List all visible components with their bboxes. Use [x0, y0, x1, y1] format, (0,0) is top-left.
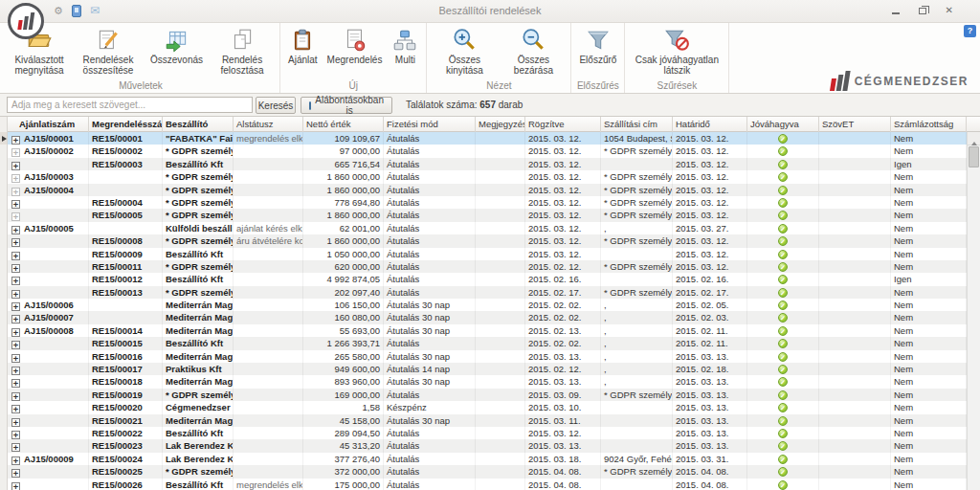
expand-icon[interactable]: + — [11, 354, 20, 363]
approved-check-icon: ✓ — [778, 134, 788, 144]
minimize-button[interactable] — [892, 12, 900, 14]
search-input[interactable] — [7, 97, 253, 113]
approved-check-icon: ✓ — [778, 160, 788, 169]
expand-icon[interactable]: + — [11, 328, 20, 337]
expand-icon[interactable]: + — [11, 226, 20, 234]
new-offer-button[interactable]: Ajánlat — [283, 26, 323, 66]
new-multi-button[interactable]: Multi — [387, 26, 423, 66]
new-order-button[interactable]: Megrendelés — [323, 26, 388, 66]
expand-icon[interactable]: + — [11, 302, 20, 311]
expand-icon[interactable]: + — [11, 252, 20, 260]
table-row[interactable]: +AJ15/00004* GDPR személye...1 860 000,0… — [0, 184, 967, 196]
ribbon-group-caption: Előszűrés — [574, 79, 621, 93]
expand-icon[interactable]: + — [11, 315, 20, 323]
column-header-jovahagyva[interactable]: Jóváhagyva — [747, 117, 819, 132]
table-row[interactable]: +RE15/00021Mediterrán Magy...45 158,00Át… — [0, 414, 967, 427]
split-order-button[interactable]: Rendelés felosztása — [208, 26, 277, 77]
search-in-subitems-button[interactable]: Alábontásokban is — [301, 97, 392, 114]
expand-icon[interactable]: + — [11, 212, 20, 221]
table-row[interactable]: +RE15/00009Beszállító Kft1 050 000,00Átu… — [0, 248, 967, 260]
merge-button[interactable]: Összevonás — [145, 26, 208, 66]
column-header-megjegyzes[interactable]: Megjegyzés — [476, 117, 525, 132]
cell-beszallito: Mediterrán Magy... — [163, 324, 234, 337]
expand-icon[interactable]: + — [11, 188, 20, 196]
vertical-scrollbar[interactable] — [967, 132, 980, 490]
expand-icon[interactable]: + — [11, 136, 20, 145]
table-row[interactable]: +RE15/00005* GDPR személye...1 860 000,0… — [0, 209, 967, 221]
expand-icon[interactable]: + — [11, 457, 20, 465]
table-row[interactable]: +RE15/00012Beszállító Kft4 992 874,05Átu… — [0, 273, 967, 285]
table-row[interactable]: +RE15/00023Lak Berendez Kft.45 313,20Átu… — [0, 439, 967, 452]
expand-icon[interactable]: + — [11, 341, 20, 349]
table-row[interactable]: +RE15/00013* GDPR személye...202 097,40Á… — [0, 286, 967, 299]
expand-icon[interactable]: + — [11, 277, 20, 285]
table-row[interactable]: +RE15/00022Beszállító Kft289 094,50Átuta… — [0, 427, 967, 439]
column-header-ajanlat[interactable]: Ajánlatiszám — [8, 117, 89, 132]
expand-icon[interactable]: + — [11, 174, 20, 183]
cell-hatarido: 2015. 02. 05. — [673, 299, 747, 311]
expand-icon[interactable]: + — [11, 443, 20, 452]
table-row[interactable]: +AJ15/00009RE15/00024Lak Berendez Kft.37… — [0, 453, 967, 465]
column-header-beszallito[interactable]: Beszállító — [163, 117, 234, 132]
column-header-netto[interactable]: Nettó érték — [303, 117, 384, 132]
expand-icon[interactable]: + — [11, 418, 20, 427]
expand-icon[interactable]: + — [11, 482, 20, 490]
scroll-up-button[interactable] — [968, 132, 980, 145]
table-row[interactable]: +AJ15/00007Mediterrán Magy...160 080,00Á… — [0, 311, 967, 323]
table-row[interactable]: +RE15/00015Beszállító Kft1 266 393,71Átu… — [0, 337, 967, 349]
expand-icon[interactable]: + — [11, 431, 20, 439]
table-row[interactable]: +RE15/00011* GDPR személye...620 000,00Á… — [0, 260, 967, 273]
help-icon[interactable]: ? — [964, 25, 976, 37]
table-row[interactable]: +RE15/00018Mediterrán Magy...893 960,00Á… — [0, 375, 967, 388]
cell-beszallito: * GDPR személye... — [163, 184, 234, 196]
table-row[interactable]: +RE15/00019* GDPR személye...169 000,00Á… — [0, 389, 967, 401]
prefilter-button[interactable]: Előszűrő — [574, 26, 621, 66]
column-header-megrendeles[interactable]: Megrendelésszám — [89, 117, 163, 132]
table-row[interactable]: +AJ15/00001RE15/00001"FABATKA" Faipa...m… — [0, 132, 967, 145]
expand-icon[interactable]: + — [11, 405, 20, 413]
table-row[interactable]: +RE15/00016Mediterrán Magy...265 580,00Á… — [0, 350, 967, 363]
cell-fizetes: Átutalás — [384, 248, 476, 260]
table-row[interactable]: +AJ15/00002RE15/00002* GDPR személye...9… — [0, 145, 967, 157]
column-header-szamlazott[interactable]: Számlázottság — [891, 117, 967, 132]
column-header-hatarido[interactable]: Határidő — [673, 117, 747, 132]
table-row[interactable]: +RE15/00025* GDPR személye...372 000,00Á… — [0, 465, 967, 478]
expand-all-button[interactable]: Összes kinyitása — [430, 26, 499, 77]
scrollbar-thumb[interactable] — [969, 146, 979, 167]
table-row[interactable]: +RE15/00020Cégmenedzser Sz...1,58Készpén… — [0, 401, 967, 413]
column-header-alstatusz[interactable]: Alstátusz — [234, 117, 303, 132]
table-row[interactable]: +RE15/00003Beszállító Kft665 716,54Átuta… — [0, 158, 967, 170]
cell-szallitas — [601, 273, 673, 285]
restore-button[interactable] — [919, 8, 926, 14]
table-row[interactable]: +AJ15/00003* GDPR személye...1 860 000,0… — [0, 170, 967, 183]
table-row[interactable]: +AJ15/00008RE15/00014Mediterrán Magy...5… — [0, 324, 967, 337]
table-row[interactable]: +RE15/00004* GDPR személye...778 694,80Á… — [0, 196, 967, 209]
expand-icon[interactable]: + — [11, 367, 20, 375]
close-button[interactable]: ✕ — [946, 6, 953, 15]
table-row[interactable]: +RE15/00008* GDPR személye...áru átvétel… — [0, 234, 967, 247]
expand-icon[interactable]: + — [11, 264, 20, 273]
expand-icon[interactable]: + — [11, 469, 20, 478]
expand-icon[interactable]: + — [11, 379, 20, 388]
column-header-szallitas[interactable]: Szállítási cím — [601, 117, 673, 132]
expand-icon[interactable]: + — [11, 148, 20, 157]
table-row[interactable]: +AJ15/00005Külföldi beszállító...ajánlat… — [0, 222, 967, 234]
expand-icon[interactable]: + — [11, 238, 20, 247]
column-header-rogzitve[interactable]: Rögzítve — [525, 117, 601, 132]
column-header-szovet[interactable]: SzövET — [819, 117, 891, 132]
cell-szovet — [819, 196, 891, 209]
expand-icon[interactable]: + — [11, 392, 20, 401]
expand-icon[interactable]: + — [11, 290, 20, 299]
table-row[interactable]: +RE15/00017Praktikus Kft949 600,00Átutal… — [0, 363, 967, 375]
collapse-all-button[interactable]: Összes bezárása — [499, 26, 568, 77]
summarize-orders-button[interactable]: Rendelések összesítése — [74, 26, 143, 77]
expand-icon[interactable]: + — [11, 200, 20, 209]
approved-check-icon: ✓ — [778, 455, 788, 464]
search-button[interactable]: Keresés — [256, 97, 296, 114]
cell-megrendeles — [89, 299, 163, 311]
only-unapproved-filter-button[interactable]: Csak jóváhagyatlan látszik — [628, 26, 725, 77]
table-row[interactable]: +RE15/00026Beszállító Kftmegrendelés elk… — [0, 479, 967, 490]
expand-icon[interactable]: + — [11, 162, 20, 170]
table-row[interactable]: +AJ15/00006Mediterrán Magy...106 150,00Á… — [0, 299, 967, 311]
column-header-fizetes[interactable]: Fizetési mód — [384, 117, 476, 132]
